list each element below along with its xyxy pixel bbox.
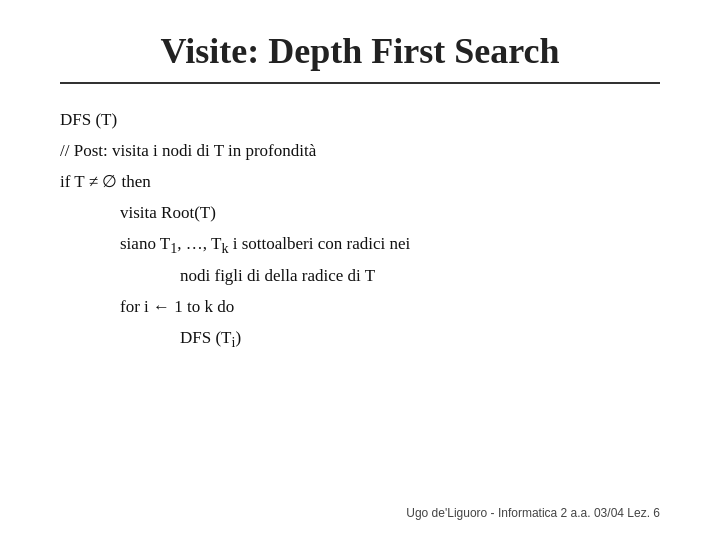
algorithm-content: DFS (T) // Post: visita i nodi di T in p… [60, 106, 660, 496]
footer-text: Ugo de'Liguoro - Informatica 2 a.a. 03/0… [60, 506, 660, 520]
algo-line-6: nodi figli di della radice di T [180, 262, 660, 291]
slide-title: Visite: Depth First Search [60, 30, 660, 72]
slide: Visite: Depth First Search DFS (T) // Po… [0, 0, 720, 540]
title-divider [60, 82, 660, 84]
algo-line-1: DFS (T) [60, 106, 660, 135]
algo-line-8: DFS (Ti) [180, 324, 660, 354]
algo-line-4: visita Root(T) [120, 199, 660, 228]
algo-line-7: for i ← 1 to k do [120, 293, 660, 322]
algo-line-2: // Post: visita i nodi di T in profondit… [60, 137, 660, 166]
algo-line-3: if T ≠ ∅ then [60, 168, 660, 197]
algo-line-5: siano T1, …, Tk i sottoalberi con radici… [120, 230, 660, 260]
